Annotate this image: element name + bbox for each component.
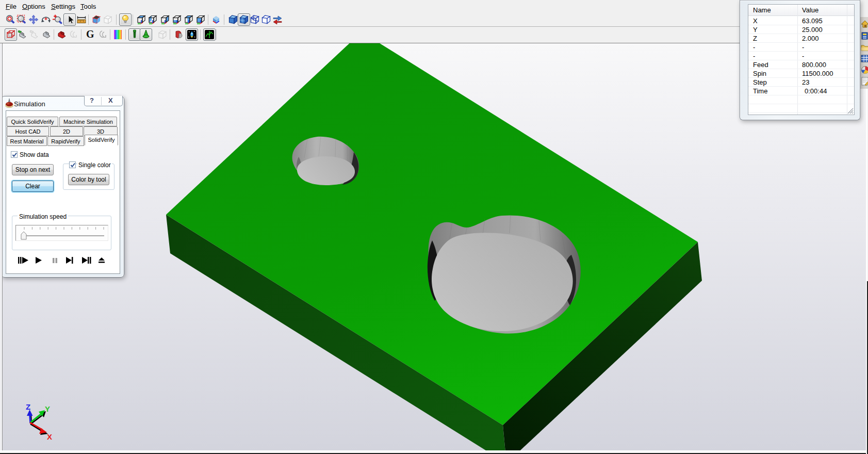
svg-text:X: X [47,432,52,441]
svg-text:Y: Y [45,404,50,413]
svg-text:G: G [86,28,94,40]
svg-text:Z: Z [26,402,30,411]
